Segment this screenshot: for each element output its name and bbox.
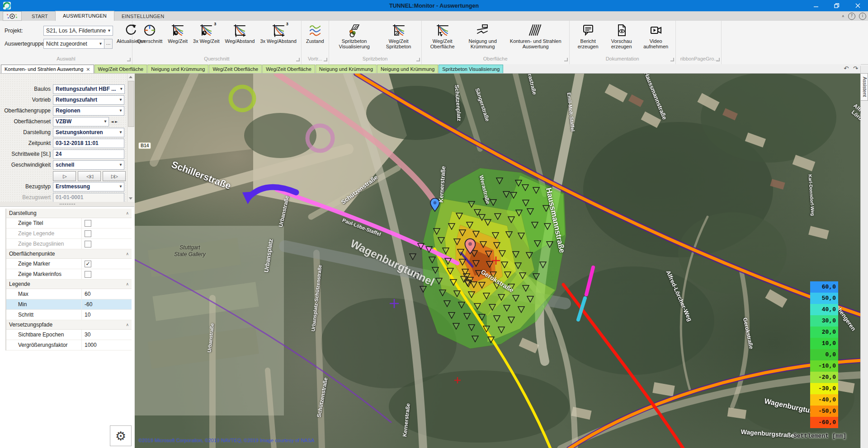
zustand-button[interactable]: Zustand <box>303 22 327 55</box>
minimize-button[interactable] <box>806 0 826 11</box>
zustand-icon <box>308 23 322 37</box>
close-button[interactable] <box>847 0 868 11</box>
property-row[interactable]: Zeige Legende <box>6 229 132 239</box>
dialog-launcher-icon[interactable] <box>670 58 674 61</box>
property-group-header[interactable]: Legende∧ <box>6 280 132 289</box>
help-icon[interactable]: ? <box>848 13 855 20</box>
collapse-group-icon[interactable]: ∧ <box>126 252 129 256</box>
text-input[interactable]: 24 <box>53 149 124 159</box>
property-row[interactable]: Zeige Markerinfos <box>6 269 132 280</box>
scrollbar-thumb[interactable] <box>128 81 134 127</box>
document-tab[interactable]: Konturen- und Strahlen Auswertung× <box>1 65 94 73</box>
checkbox[interactable] <box>85 220 91 227</box>
document-tab[interactable]: Neigung und Krümmung <box>316 65 377 73</box>
dialog-launcher-icon[interactable] <box>564 58 568 61</box>
ribbon-group-spritzbeton: Spritzbeton Visualisierung Weg/Zeit Spri… <box>329 21 422 64</box>
querschnitt-button[interactable]: Querschnitt <box>134 22 165 55</box>
wegabstand3-button[interactable]: 33x Weg/Abstand <box>257 22 299 55</box>
wegzeit-spritzbeton-button[interactable]: Weg/Zeit Spritzbeton <box>378 22 420 55</box>
property-row[interactable]: Zeige Titel <box>6 218 132 229</box>
video-icon <box>649 23 663 37</box>
dropdown[interactable]: VZBW▼ <box>53 117 109 126</box>
close-tab-icon[interactable]: × <box>86 65 90 73</box>
dropdown[interactable]: Regionen▼ <box>53 106 124 116</box>
konturen-strahlen-button[interactable]: Konturen- und Strahlen Auswertung <box>504 22 567 55</box>
next-icon[interactable]: ► <box>115 120 118 124</box>
property-row[interactable]: Zeige Marker✓ <box>6 259 132 269</box>
assistant-tab[interactable]: Assistent <box>861 73 868 101</box>
dialog-launcher-icon[interactable] <box>716 58 720 61</box>
dropdown[interactable]: Rettungszufahrt HBF ...▼ <box>53 84 125 94</box>
ribbon-tab-einstellungen[interactable]: EINSTELLUNGEN <box>114 12 171 21</box>
form-row: OberflächengruppeRegionen▼ <box>0 105 127 116</box>
spritzbeton-visualisierung-button[interactable]: Spritzbeton Visualisierung <box>331 22 378 55</box>
map-viewport[interactable]: SchillerstraßeSchützenstraßeSchützenplat… <box>135 74 861 448</box>
document-tab[interactable]: Weg/Zeit Oberfläche <box>209 65 262 73</box>
forward-button[interactable]: ▷▷ <box>103 171 126 181</box>
dropdown[interactable]: Setzungskonturen▼ <box>53 128 124 137</box>
dropdown[interactable]: schnell▼ <box>53 160 124 170</box>
nav-back-icon[interactable]: ↶ <box>844 65 849 72</box>
scroll-down-icon[interactable] <box>129 197 132 200</box>
ribbon: Projekt: S21, Los 1A, Fildertunnel ▼ Aus… <box>0 21 868 65</box>
form-row: VortriebRettungszufahrt▼ <box>0 94 127 105</box>
collapse-group-icon[interactable]: ∧ <box>126 211 129 215</box>
document-tab[interactable]: Spritzbeton Visualisierung <box>439 65 503 73</box>
field-label: Oberflächengruppe <box>1 107 53 114</box>
property-group-header[interactable]: Versetzungspfade∧ <box>6 320 132 330</box>
document-tab[interactable]: Weg/Zeit Oberfläche <box>262 65 315 73</box>
document-tab[interactable]: Neigung und Krümmung <box>147 65 208 73</box>
ribbon-tab-start[interactable]: START <box>24 12 55 21</box>
prev-icon[interactable]: ◄ <box>111 120 113 124</box>
bericht-erzeugen-button[interactable]: Bericht erzeugen <box>571 22 605 55</box>
property-group-header[interactable]: Oberflächenpunkte∧ <box>6 249 132 259</box>
collapse-group-icon[interactable]: ∧ <box>126 282 129 286</box>
property-row[interactable]: Vergrößerungsfaktor1000 <box>6 340 132 350</box>
tab-label: Weg/Zeit Oberfläche <box>266 65 311 73</box>
document-tab[interactable]: Neigung und Krümmung <box>377 65 438 73</box>
auswertegruppe-combo[interactable]: Nicht zugeordnet ▼ <box>43 39 104 49</box>
wegzeit3-button[interactable]: 33x Weg/Zeit <box>190 22 222 55</box>
vorschau-erzeugen-button[interactable]: Vorschau erzeugen <box>605 22 638 55</box>
property-row[interactable]: Min-60 <box>6 299 132 310</box>
property-row[interactable]: Zeige Bezugslinien <box>6 239 132 249</box>
property-row[interactable]: Max60 <box>6 289 132 299</box>
document-tab[interactable]: Weg/Zeit Oberfläche <box>94 65 147 73</box>
dialog-launcher-icon[interactable] <box>324 58 327 61</box>
projekt-combo[interactable]: S21, Los 1A, Fildertunnel ▼ <box>43 26 113 36</box>
dialog-launcher-icon[interactable] <box>416 58 420 61</box>
checkbox[interactable] <box>85 271 91 278</box>
settings-gear-button[interactable]: ⚙ <box>110 425 132 446</box>
collapse-ribbon-icon[interactable]: ∧ <box>841 14 844 18</box>
neigung-button[interactable]: Neigung und Krümmung <box>462 22 504 55</box>
report-icon <box>581 23 595 37</box>
play-button[interactable]: ▷ <box>53 171 76 181</box>
info-icon[interactable]: i <box>859 13 866 20</box>
dropdown[interactable]: Erstmessung▼ <box>53 182 124 191</box>
wegzeit-button[interactable]: Weg/Zeit <box>165 22 190 55</box>
restore-button[interactable] <box>826 0 847 11</box>
dialog-launcher-icon[interactable] <box>127 58 131 61</box>
dropdown[interactable]: Rettungszufahrt▼ <box>53 95 124 105</box>
ribbon-tab-auswertungen[interactable]: AUSWERTUNGEN <box>55 11 114 21</box>
dialog-launcher-icon[interactable] <box>296 58 300 61</box>
property-row[interactable]: Sichtbare Epochen30 <box>6 330 132 340</box>
collapse-group-icon[interactable]: ∧ <box>126 322 129 327</box>
wegabstand-button[interactable]: Weg/Abstand <box>222 22 258 55</box>
panel-splitter[interactable] <box>0 202 134 206</box>
road-badge: B14 <box>138 142 151 149</box>
checkbox[interactable]: ✓ <box>85 261 91 267</box>
auswertegruppe-more-button[interactable]: … <box>104 39 113 49</box>
rewind-button[interactable]: ◁◁ <box>78 171 101 181</box>
video-aufnehmen-button[interactable]: Video aufnehmen <box>638 22 674 55</box>
preview-icon <box>614 23 629 37</box>
nav-forward-icon[interactable]: ↷ <box>853 65 858 72</box>
property-row[interactable]: Schritt10 <box>6 310 132 320</box>
form-scrollbar[interactable] <box>127 74 134 202</box>
text-input[interactable]: 03-12-2018 11:01 <box>53 139 124 148</box>
property-group-header[interactable]: Darstellung∧ <box>6 209 132 218</box>
app-menu-button[interactable] <box>3 11 22 21</box>
tab-label: Neigung und Krümmung <box>151 65 205 73</box>
scroll-up-icon[interactable] <box>129 76 132 78</box>
wegzeit-oberflaeche-button[interactable]: Weg/Zeit Oberfläche <box>424 22 462 55</box>
